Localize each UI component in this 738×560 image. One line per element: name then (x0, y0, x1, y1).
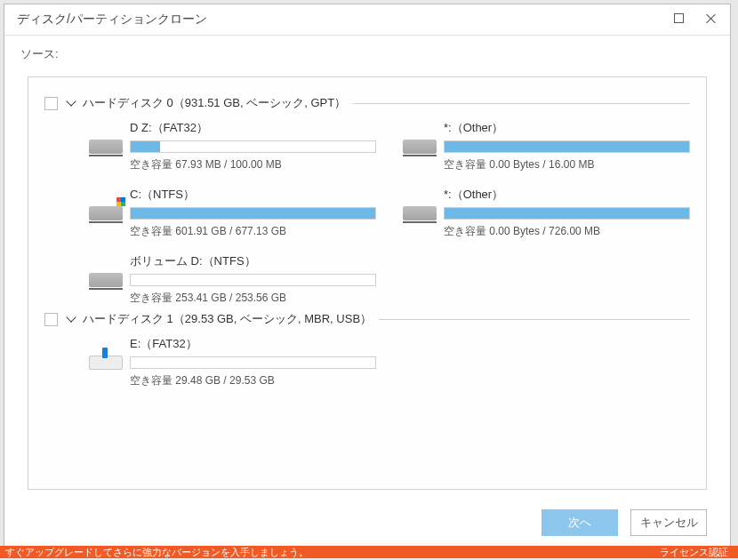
drive-icon (89, 140, 123, 154)
dialog-footer: 次へ キャンセル (4, 500, 730, 548)
window-title: ディスク/パーティションクローン (17, 12, 207, 28)
chevron-down-icon[interactable] (65, 313, 77, 325)
usage-bar (130, 274, 376, 286)
free-space-text: 空き容量 67.93 MB / 100.00 MB (130, 157, 376, 172)
free-space-text: 空き容量 0.00 Bytes / 726.00 MB (444, 224, 690, 239)
disk-title: ハードディスク 0（931.51 GB, ベーシック, GPT） (83, 95, 346, 111)
title-bar: ディスク/パーティションクローン (4, 4, 730, 36)
usage-bar (130, 140, 376, 153)
upgrade-text: すぐアップグレードしてさらに強力なバージョンを入手しましょう。 (5, 546, 309, 549)
partition-name: ボリューム D:（NTFS） (130, 253, 376, 269)
usage-bar (444, 140, 690, 153)
usage-bar (444, 207, 690, 220)
upgrade-strip: すぐアップグレードしてさらに強力なバージョンを入手しましょう。 ライセンス認証 (0, 546, 738, 549)
usage-fill (445, 208, 689, 219)
drive-icon (89, 273, 123, 287)
partition-item[interactable]: D Z:（FAT32）空き容量 67.93 MB / 100.00 MB (89, 120, 376, 172)
maximize-icon[interactable] (674, 13, 684, 23)
drive-icon (89, 356, 123, 370)
chevron-down-icon[interactable] (65, 97, 77, 109)
usage-fill (445, 141, 689, 152)
partition-name: *:（Other） (444, 187, 690, 203)
free-space-text: 空き容量 0.00 Bytes / 16.00 MB (444, 157, 690, 172)
partition-grid: E:（FAT32）空き容量 29.48 GB / 29.53 GB (89, 327, 690, 394)
divider (379, 319, 690, 320)
free-space-text: 空き容量 253.41 GB / 253.56 GB (130, 291, 376, 306)
drive-icon (403, 140, 437, 154)
partition-name: E:（FAT32） (130, 336, 376, 352)
partition-grid: D Z:（FAT32）空き容量 67.93 MB / 100.00 MB*:（O… (89, 111, 690, 311)
dialog-window: ディスク/パーティションクローン ソース: ハードディスク 0（931.51 G… (4, 4, 731, 549)
close-icon[interactable] (705, 13, 718, 26)
partition-name: D Z:（FAT32） (130, 120, 376, 136)
disk-header: ハードディスク 1（29.53 GB, ベーシック, MBR, USB） (44, 311, 690, 327)
drive-icon (403, 206, 437, 220)
drive-icon (89, 206, 123, 220)
source-panel: ハードディスク 0（931.51 GB, ベーシック, GPT）D Z:（FAT… (28, 76, 707, 490)
usage-fill (131, 208, 375, 219)
usage-bar (130, 356, 376, 369)
disk-checkbox[interactable] (44, 97, 58, 110)
partition-name: C:（NTFS） (130, 187, 376, 203)
free-space-text: 空き容量 601.91 GB / 677.13 GB (130, 224, 376, 239)
license-tag[interactable]: ライセンス認証 (655, 546, 733, 549)
disk-title: ハードディスク 1（29.53 GB, ベーシック, MBR, USB） (83, 311, 372, 327)
partition-name: *:（Other） (444, 120, 690, 136)
next-button[interactable]: 次へ (541, 509, 618, 536)
cancel-button[interactable]: キャンセル (630, 509, 707, 536)
free-space-text: 空き容量 29.48 GB / 29.53 GB (130, 373, 376, 388)
source-label: ソース: (4, 36, 730, 68)
partition-item[interactable]: ボリューム D:（NTFS）空き容量 253.41 GB / 253.56 GB (89, 253, 376, 306)
divider (353, 103, 690, 104)
disk-header: ハードディスク 0（931.51 GB, ベーシック, GPT） (44, 95, 690, 111)
usage-fill (131, 141, 160, 152)
partition-item[interactable]: C:（NTFS）空き容量 601.91 GB / 677.13 GB (89, 187, 376, 239)
partition-item[interactable]: E:（FAT32）空き容量 29.48 GB / 29.53 GB (89, 336, 376, 388)
disk-checkbox[interactable] (44, 313, 58, 326)
window-controls (674, 13, 718, 26)
partition-item[interactable]: *:（Other）空き容量 0.00 Bytes / 16.00 MB (403, 120, 690, 172)
usage-bar (130, 207, 376, 220)
partition-item[interactable]: *:（Other）空き容量 0.00 Bytes / 726.00 MB (403, 187, 690, 239)
